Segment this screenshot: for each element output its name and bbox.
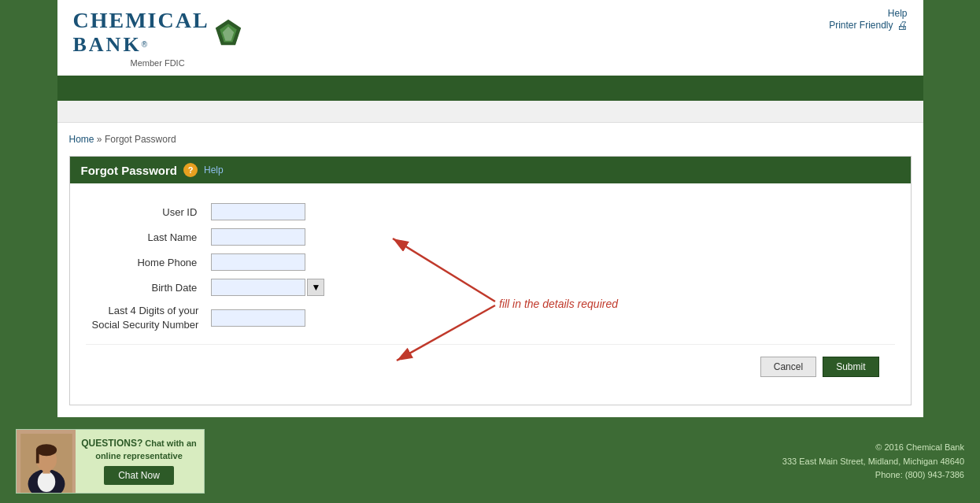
panel-body: User ID Last Name (70, 183, 911, 405)
user-id-input[interactable] (211, 203, 305, 220)
home-phone-input[interactable] (211, 253, 305, 271)
birth-date-label: Birth Date (86, 275, 205, 300)
birth-date-input-cell: ▼ (205, 275, 331, 300)
questions-text: QUESTIONS? Chat with an online represent… (80, 438, 198, 461)
nav-bar (57, 76, 923, 101)
forgot-password-panel: Forgot Password ? Help User ID (69, 156, 912, 405)
user-id-label: User ID (86, 199, 205, 224)
home-phone-label: Home Phone (86, 250, 205, 275)
help-icon[interactable]: ? (183, 163, 198, 177)
annotation-area: fill in the details required (346, 191, 660, 427)
ssn-input[interactable] (211, 309, 305, 327)
copyright-line1: © 2016 Chemical Bank (782, 441, 964, 455)
birth-date-container: ▼ (211, 279, 324, 296)
top-header: CHEMICAL BANK® Member FDIC Help P (57, 0, 923, 76)
footer-copyright: © 2016 Chemical Bank 333 East Main Stree… (782, 441, 964, 483)
birth-date-input[interactable] (211, 279, 305, 296)
questions-label: QUESTIONS? (81, 438, 142, 449)
chat-person-icon (19, 434, 74, 493)
last-name-input[interactable] (211, 228, 305, 246)
sub-bar (57, 101, 923, 123)
form-table: User ID Last Name (86, 199, 331, 336)
top-right-links: Help Printer Friendly 🖨 (829, 8, 907, 31)
calendar-button[interactable]: ▼ (307, 279, 324, 296)
svg-point-11 (35, 445, 56, 457)
user-id-input-cell (205, 199, 331, 224)
svg-rect-12 (35, 450, 39, 464)
panel-header: Forgot Password ? Help (70, 157, 911, 183)
svg-point-8 (37, 472, 55, 492)
ssn-input-cell (205, 300, 331, 336)
ssn-label: Last 4 Digits of your Social Security Nu… (86, 300, 205, 336)
last-name-row: Last Name (86, 224, 331, 250)
main-content: Home » Forgot Password Forgot Password ?… (57, 123, 923, 417)
breadcrumb-current: Forgot Password (105, 134, 176, 145)
logo-reg: ® (142, 40, 147, 49)
cancel-button[interactable]: Cancel (760, 357, 816, 377)
breadcrumb: Home » Forgot Password (69, 129, 912, 150)
printer-friendly-label: Printer Friendly (829, 20, 893, 31)
breadcrumb-home[interactable]: Home (69, 134, 94, 145)
logo-area: CHEMICAL BANK® Member FDIC (73, 8, 242, 68)
home-phone-row: Home Phone (86, 250, 331, 275)
form-buttons: Cancel Submit (86, 344, 895, 389)
member-fdic: Member FDIC (131, 58, 185, 68)
chat-widget: QUESTIONS? Chat with an online represent… (16, 429, 205, 494)
copyright-line3: Phone: (800) 943-7386 (782, 468, 964, 483)
breadcrumb-separator: » (97, 134, 102, 145)
birth-date-row: Birth Date ▼ (86, 275, 331, 300)
submit-button[interactable]: Submit (823, 357, 878, 377)
last-name-input-cell (205, 224, 331, 250)
copyright-line2: 333 East Main Street, Midland, Michigan … (782, 455, 964, 469)
help-link[interactable]: Help (829, 8, 907, 19)
svg-line-4 (393, 239, 495, 301)
logo-bank: BANK (73, 33, 142, 56)
chat-widget-image (17, 430, 76, 493)
footer: QUESTIONS? Chat with an online represent… (0, 417, 980, 503)
printer-friendly-link[interactable]: Printer Friendly 🖨 (829, 19, 907, 31)
ssn-label-line1: Last 4 Digits of your (108, 305, 198, 316)
logo-chemical: CHEMICAL (73, 8, 209, 32)
last-name-label: Last Name (86, 224, 205, 250)
chat-now-button[interactable]: Chat Now (104, 466, 174, 485)
user-id-row: User ID (86, 199, 331, 224)
ssn-label-line2: Social Security Number (92, 319, 199, 331)
panel-title: Forgot Password (81, 164, 178, 177)
annotation-text: fill in the details required (499, 298, 619, 310)
panel-help-link[interactable]: Help (204, 165, 224, 176)
home-phone-input-cell (205, 250, 331, 275)
printer-icon: 🖨 (897, 19, 908, 31)
chat-widget-content: QUESTIONS? Chat with an online represent… (76, 431, 204, 491)
calendar-icon: ▼ (311, 282, 320, 293)
annotation-arrows-svg: fill in the details required (346, 191, 660, 427)
chemical-bank-logo-icon (214, 18, 242, 46)
logo-text: CHEMICAL BANK® (73, 8, 242, 57)
ssn-row: Last 4 Digits of your Social Security Nu… (86, 300, 331, 336)
